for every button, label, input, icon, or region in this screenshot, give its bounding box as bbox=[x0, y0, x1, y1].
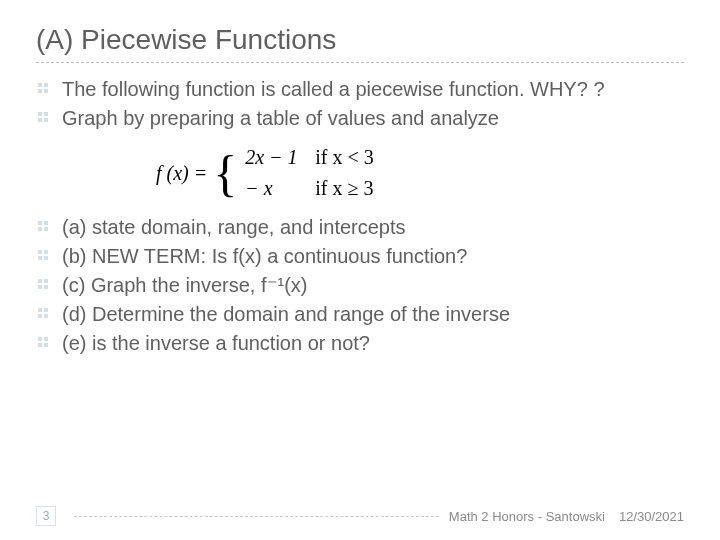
slide: (A) Piecewise Functions The following fu… bbox=[0, 0, 720, 540]
bullet-text: (e) is the inverse a function or not? bbox=[62, 332, 370, 354]
bullet-item: (c) Graph the inverse, f⁻¹(x) bbox=[36, 273, 684, 298]
bullet-text: The following function is called a piece… bbox=[62, 78, 605, 100]
case-condition: if x < 3 bbox=[315, 145, 374, 170]
piecewise-equation: f (x) = { 2x − 1 if x < 3 − x if x ≥ 3 bbox=[156, 145, 684, 201]
equation-lhs: f (x) = bbox=[156, 161, 207, 186]
bullet-text: (d) Determine the domain and range of th… bbox=[62, 303, 510, 325]
bullet-item: Graph by preparing a table of values and… bbox=[36, 106, 684, 131]
bullet-text: (b) NEW TERM: Is f(x) a continuous funct… bbox=[62, 245, 467, 267]
footer-divider bbox=[74, 516, 439, 517]
case-expression: − x bbox=[245, 176, 301, 201]
bullet-item: (d) Determine the domain and range of th… bbox=[36, 302, 684, 327]
title-divider bbox=[36, 62, 684, 63]
bullet-item: (a) state domain, range, and intercepts bbox=[36, 215, 684, 240]
bullet-text: (c) Graph the inverse, f⁻¹(x) bbox=[62, 274, 308, 296]
bullet-text: (a) state domain, range, and intercepts bbox=[62, 216, 406, 238]
footer-date: 12/30/2021 bbox=[619, 509, 684, 524]
bullet-list-top: The following function is called a piece… bbox=[36, 77, 684, 131]
slide-content: The following function is called a piece… bbox=[36, 77, 684, 356]
equation-case: − x if x ≥ 3 bbox=[245, 176, 374, 201]
slide-footer: 3 Math 2 Honors - Santowski 12/30/2021 bbox=[36, 506, 684, 526]
footer-course: Math 2 Honors - Santowski bbox=[449, 509, 605, 524]
bullet-item: (b) NEW TERM: Is f(x) a continuous funct… bbox=[36, 244, 684, 269]
equation-cases: 2x − 1 if x < 3 − x if x ≥ 3 bbox=[245, 145, 374, 201]
page-number-box: 3 bbox=[36, 506, 56, 526]
page-number: 3 bbox=[43, 509, 50, 523]
brace-icon: { bbox=[213, 148, 237, 198]
bullet-item: The following function is called a piece… bbox=[36, 77, 684, 102]
slide-title: (A) Piecewise Functions bbox=[36, 24, 684, 56]
bullet-item: (e) is the inverse a function or not? bbox=[36, 331, 684, 356]
case-condition: if x ≥ 3 bbox=[315, 176, 373, 201]
case-expression: 2x − 1 bbox=[245, 145, 301, 170]
bullet-list-bottom: (a) state domain, range, and intercepts … bbox=[36, 215, 684, 356]
bullet-text: Graph by preparing a table of values and… bbox=[62, 107, 499, 129]
equation-case: 2x − 1 if x < 3 bbox=[245, 145, 374, 170]
